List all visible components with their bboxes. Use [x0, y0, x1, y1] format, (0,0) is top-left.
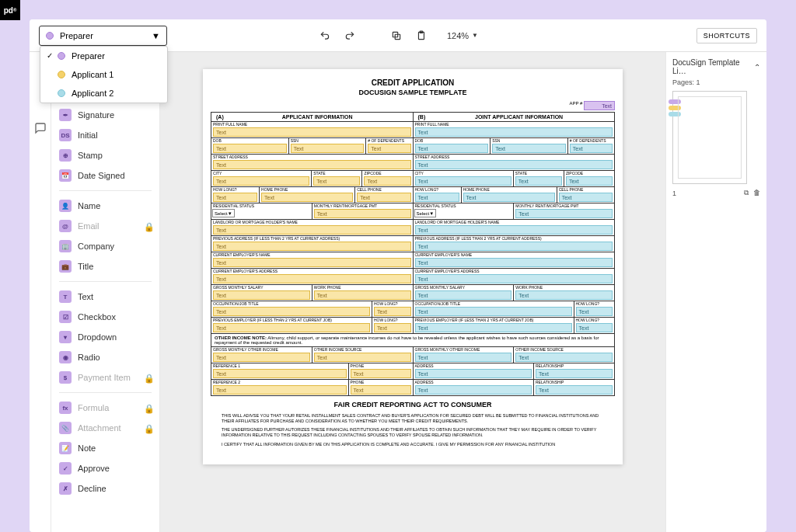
text-field[interactable]: Text	[213, 353, 310, 362]
text-field[interactable]: Text	[314, 290, 411, 300]
select-field[interactable]: Select ▼	[212, 209, 235, 217]
toolbar-center: 124% ▼	[318, 29, 478, 43]
field-label: Attachment	[78, 423, 121, 433]
text-field[interactable]: Text	[213, 127, 411, 137]
field-signature[interactable]: ✒Signature	[51, 105, 159, 125]
field-text[interactable]: TText	[51, 287, 159, 307]
undo-button[interactable]	[318, 29, 332, 43]
text-field[interactable]: Text	[415, 353, 512, 362]
text-field[interactable]: Text	[515, 290, 613, 300]
field-approve[interactable]: ✓Approve	[51, 458, 159, 478]
field-note[interactable]: 📝Note	[51, 438, 159, 458]
text-field[interactable]: Text	[213, 160, 411, 169]
text-field[interactable]: Text	[415, 127, 613, 137]
field-radio[interactable]: ◉Radio	[51, 347, 159, 367]
text-field[interactable]: Text	[261, 193, 353, 202]
app-num-field[interactable]: Text	[584, 101, 615, 110]
field-title[interactable]: 💼Title	[51, 256, 159, 276]
text-field[interactable]: Text	[536, 385, 613, 395]
text-field[interactable]: Text	[351, 385, 411, 395]
fcra-title: FAIR CREDIT REPORTING ACT TO CONSUMER	[211, 396, 615, 412]
field-initial[interactable]: DSInitial	[51, 125, 159, 145]
document-page[interactable]: CREDIT APPLICATION DOCUSIGN SAMPLE TEMPL…	[203, 69, 623, 464]
text-field[interactable]: Text	[368, 144, 410, 153]
text-field[interactable]: Text	[566, 176, 613, 186]
text-field[interactable]: Text	[415, 176, 511, 186]
text-field[interactable]: Text	[576, 323, 613, 332]
text-field[interactable]: Text	[314, 209, 411, 218]
text-field[interactable]: Text	[415, 307, 572, 316]
text-field[interactable]: Text	[364, 176, 410, 186]
comment-icon[interactable]	[34, 122, 47, 134]
chevron-up-icon[interactable]: ⌃	[754, 63, 760, 71]
text-field[interactable]: Text	[415, 193, 459, 202]
text-field[interactable]: Text	[213, 258, 411, 267]
text-field[interactable]: Text	[291, 144, 365, 153]
text-field[interactable]: Text	[415, 274, 613, 283]
copy-button[interactable]	[389, 29, 403, 43]
text-field[interactable]: Text	[213, 307, 370, 316]
text-field[interactable]: Text	[492, 144, 566, 153]
text-field[interactable]: Text	[415, 225, 613, 235]
role-option-applicant1[interactable]: Applicant 1	[40, 65, 167, 84]
text-field[interactable]: Text	[351, 369, 411, 378]
redo-button[interactable]	[343, 29, 357, 43]
text-field[interactable]: Text	[415, 258, 613, 267]
text-field[interactable]: Text	[213, 323, 370, 332]
text-field[interactable]: Text	[213, 225, 411, 235]
text-field[interactable]: Text	[357, 193, 410, 202]
fields-panel: ✒Signature DSInitial ⊕Stamp 📅Date Signed…	[51, 52, 160, 532]
field-name[interactable]: 👤Name	[51, 196, 159, 216]
field-checkbox[interactable]: ☑Checkbox	[51, 307, 159, 327]
role-option-label: Preparer	[72, 51, 105, 61]
text-field[interactable]: Text	[415, 290, 512, 300]
text-field[interactable]: Text	[213, 242, 411, 251]
text-field[interactable]: Text	[515, 209, 613, 218]
text-field[interactable]: Text	[213, 385, 347, 395]
field-date-signed[interactable]: 📅Date Signed	[51, 165, 159, 186]
text-field[interactable]: Text	[415, 369, 532, 378]
text-field[interactable]: Text	[415, 242, 613, 251]
duplicate-page-icon[interactable]: ⧉	[744, 189, 749, 197]
role-selector[interactable]: Preparer ▼ ✓ Preparer Applicant 1 Applic…	[39, 26, 167, 46]
text-field[interactable]: Text	[314, 353, 411, 362]
text-field[interactable]: Text	[213, 290, 310, 300]
field-decline[interactable]: ✗Decline	[51, 478, 159, 499]
text-field[interactable]: Text	[313, 176, 360, 186]
text-field[interactable]: Text	[213, 193, 257, 202]
zoom-control[interactable]: 124% ▼	[447, 31, 478, 40]
text-field[interactable]: Text	[213, 274, 411, 283]
text-field[interactable]: Text	[213, 144, 287, 153]
role-option-applicant2[interactable]: Applicant 2	[40, 84, 167, 103]
page-thumbnail[interactable]	[672, 91, 747, 184]
text-field[interactable]: Text	[536, 369, 613, 378]
select-field[interactable]: Select ▼	[414, 209, 437, 217]
text-field[interactable]: Text	[515, 176, 562, 186]
field-stamp[interactable]: ⊕Stamp	[51, 145, 159, 165]
text-field[interactable]: Text	[515, 353, 613, 362]
initial-icon: DS	[59, 129, 72, 141]
note-text: Alimony, child support, or separate main…	[215, 336, 599, 345]
field-dropdown[interactable]: ▾Dropdown	[51, 327, 159, 347]
document-canvas[interactable]: CREDIT APPLICATION DOCUSIGN SAMPLE TEMPL…	[160, 52, 665, 532]
text-field[interactable]: Text	[213, 369, 347, 378]
field-email: @Email🔒	[51, 216, 159, 236]
text-field[interactable]: Text	[415, 160, 613, 169]
text-field[interactable]: Text	[415, 385, 532, 395]
paste-button[interactable]	[414, 29, 428, 43]
text-field[interactable]: Text	[570, 144, 613, 153]
signature-icon: ✒	[59, 109, 72, 121]
text-field[interactable]: Text	[576, 307, 613, 316]
shortcuts-button[interactable]: SHORTCUTS	[696, 28, 757, 43]
delete-page-icon[interactable]: 🗑	[753, 189, 760, 197]
text-field[interactable]: Text	[415, 323, 572, 332]
text-field[interactable]: Text	[463, 193, 555, 202]
field-company[interactable]: 🏢Company	[51, 236, 159, 256]
stamp-icon: ⊕	[59, 149, 72, 162]
text-field[interactable]: Text	[374, 323, 411, 332]
text-field[interactable]: Text	[559, 193, 613, 202]
text-field[interactable]: Text	[213, 176, 309, 186]
text-field[interactable]: Text	[374, 307, 411, 316]
role-option-preparer[interactable]: ✓ Preparer	[40, 47, 167, 65]
text-field[interactable]: Text	[415, 144, 489, 153]
